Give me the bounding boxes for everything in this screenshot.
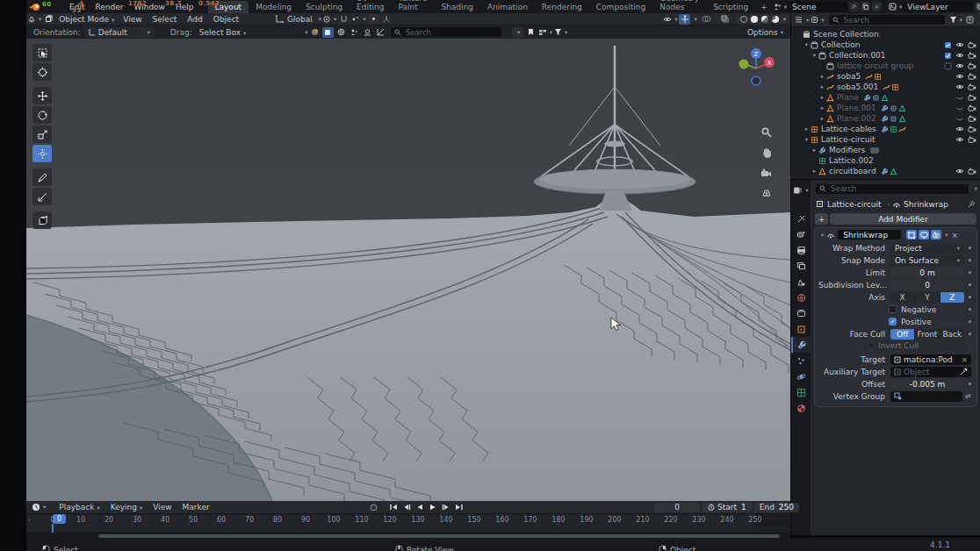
snap-magnet-icon[interactable] <box>338 14 349 25</box>
shading-solid-icon[interactable] <box>751 16 758 23</box>
negative-checkbox[interactable] <box>889 305 897 313</box>
world-preset-icon[interactable] <box>335 27 347 38</box>
properties-tab-object-icon[interactable] <box>791 321 811 337</box>
vertex-group-invert-button[interactable]: ⇄ <box>965 392 971 400</box>
axis-y-button[interactable]: Y <box>915 292 940 303</box>
properties-tab-particles-icon[interactable] <box>791 353 811 369</box>
eye-toggle-icon[interactable] <box>955 125 964 132</box>
toolbar-search-input[interactable] <box>404 27 498 38</box>
prev-keyframe-button[interactable] <box>400 503 412 512</box>
viewport-menu-view[interactable]: View <box>118 15 147 24</box>
add-modifier-plus-button[interactable]: + <box>815 213 828 225</box>
scene-name-field[interactable]: Scene <box>788 2 847 11</box>
pin-icon[interactable] <box>968 200 976 208</box>
checkbox-dropdown-icon[interactable]: ▾ <box>512 27 523 38</box>
outliner-row[interactable]: ▸soba5 <box>791 71 980 82</box>
properties-tab-material-icon[interactable] <box>791 400 811 416</box>
subdivision-levels-field[interactable]: 0 <box>890 280 964 290</box>
eye-toggle-icon[interactable] <box>955 136 964 143</box>
auxiliary-target-field[interactable]: Object <box>890 367 971 377</box>
editor-type-icon[interactable]: ▾ <box>27 14 41 25</box>
gizmos-toggle-icon[interactable] <box>679 14 690 25</box>
animate-dot[interactable] <box>969 283 971 286</box>
expander-icon[interactable]: ▸ <box>818 115 826 122</box>
camera-view-icon[interactable] <box>760 168 772 179</box>
viewlayer-browse-icon[interactable]: ▾ <box>889 2 902 12</box>
axis-x-button[interactable]: X <box>890 292 915 303</box>
animate-dot[interactable] <box>969 333 971 335</box>
vertex-group-field[interactable] <box>890 391 962 402</box>
object-type-visibility-icon[interactable]: ▾ <box>663 14 677 25</box>
offset-field[interactable]: -0.005 m <box>890 379 964 390</box>
jump-to-start-button[interactable] <box>387 503 399 512</box>
frame-start-field[interactable]: Start1 <box>703 503 752 512</box>
viewport-preset-icon[interactable] <box>322 27 334 38</box>
camera-toggle-icon[interactable] <box>968 83 976 90</box>
bookmark-icon[interactable] <box>525 27 537 38</box>
eyeOff-toggle-icon[interactable] <box>955 94 964 101</box>
eyedropper-icon[interactable] <box>960 368 968 376</box>
viewport-menu-select[interactable]: Select <box>148 15 183 24</box>
auto-keying-button[interactable] <box>368 503 379 512</box>
properties-editor-type-icon[interactable]: ▾ <box>791 182 811 198</box>
perspective-toggle-icon[interactable] <box>761 187 772 198</box>
drag-select[interactable]: Select Box▾ <box>196 28 250 37</box>
material-ball-icon[interactable] <box>309 27 321 38</box>
wrap-method-select[interactable]: Project▾ <box>890 243 964 254</box>
tab-shading[interactable]: Shading <box>434 1 480 13</box>
new-viewlayer-icon[interactable] <box>975 2 980 11</box>
pin-scene-icon[interactable] <box>849 2 859 11</box>
outliner-filter-id-icon[interactable]: ▾ <box>811 15 824 25</box>
outliner-search[interactable] <box>829 15 945 25</box>
animate-dot[interactable] <box>969 296 971 298</box>
asset-shelf-chevron-icon[interactable]: ▾ <box>305 29 307 36</box>
eye-toggle-icon[interactable] <box>955 62 964 69</box>
tab-compositing[interactable]: Compositing <box>589 1 652 13</box>
display-mode-icon[interactable]: ▾ <box>796 15 809 25</box>
display-realtime-toggle[interactable] <box>919 230 929 240</box>
properties-options-chevron[interactable]: ▾ <box>975 185 977 192</box>
properties-tab-world-icon[interactable] <box>791 290 811 305</box>
expander-icon[interactable]: ▸ <box>818 94 826 101</box>
expander-icon[interactable]: ▸ <box>803 125 811 132</box>
eye-toggle-icon[interactable] <box>955 52 964 59</box>
proportional-falloff-icon[interactable] <box>381 14 393 25</box>
breadcrumb-modifier[interactable]: Shrinkwrap <box>904 200 948 209</box>
face-cull-front-button[interactable]: Front <box>915 329 940 340</box>
add-modifier-button[interactable]: Add Modifier <box>830 213 976 225</box>
animate-dot[interactable] <box>969 259 971 261</box>
outliner-row[interactable]: ▸soba5.001 <box>791 82 980 92</box>
check-toggle-icon[interactable] <box>944 41 952 49</box>
outliner-row[interactable]: ▸Modifiers <box>791 145 980 155</box>
mode-dropdown[interactable]: Object Mode▾ <box>55 15 118 24</box>
properties-tab-view-layer-icon[interactable] <box>791 258 811 274</box>
outliner-row[interactable]: Scene Collection <box>791 29 980 39</box>
outliner-row[interactable]: ▸Plane.001 <box>791 103 980 113</box>
zoom-tool-icon[interactable] <box>760 126 772 140</box>
animate-dot[interactable] <box>969 383 971 385</box>
annotate-tool[interactable] <box>32 168 52 186</box>
tab-sculpting[interactable]: Sculpting <box>299 1 349 13</box>
properties-tab-object-data-icon[interactable] <box>791 384 811 400</box>
modifier-close-button[interactable]: × <box>952 231 959 240</box>
properties-tab-scene-icon[interactable] <box>791 274 811 290</box>
camera-toggle-icon[interactable] <box>968 104 976 111</box>
viewport-menu-object[interactable]: Object <box>208 15 244 24</box>
outliner-row[interactable]: ▸Lattice-cables <box>791 124 980 134</box>
viewport-menu-add[interactable]: Add <box>182 15 207 24</box>
timeline-menu-playback[interactable]: Playback▾ <box>54 503 104 512</box>
scene-browse-icon[interactable]: ▾ <box>774 2 787 12</box>
animate-dot[interactable] <box>969 271 971 274</box>
expand-channel-arrow[interactable]: ‹ <box>28 517 31 524</box>
blender-logo-icon[interactable] <box>29 3 41 11</box>
scale-tool[interactable] <box>32 125 52 143</box>
move-tool[interactable] <box>32 87 52 104</box>
transform-orientation-dropdown[interactable]: Global▾ <box>276 15 321 24</box>
eye-toggle-icon[interactable] <box>955 83 964 90</box>
properties-tab-modifiers-icon[interactable] <box>791 337 811 353</box>
properties-tab-render-icon[interactable] <box>791 226 811 242</box>
frame-end-field[interactable]: End250 <box>754 503 799 512</box>
tab-rendering[interactable]: Rendering <box>535 1 589 13</box>
tab-scripting[interactable]: Scripting <box>706 1 755 13</box>
unlink-scene-icon[interactable]: × <box>872 2 882 11</box>
